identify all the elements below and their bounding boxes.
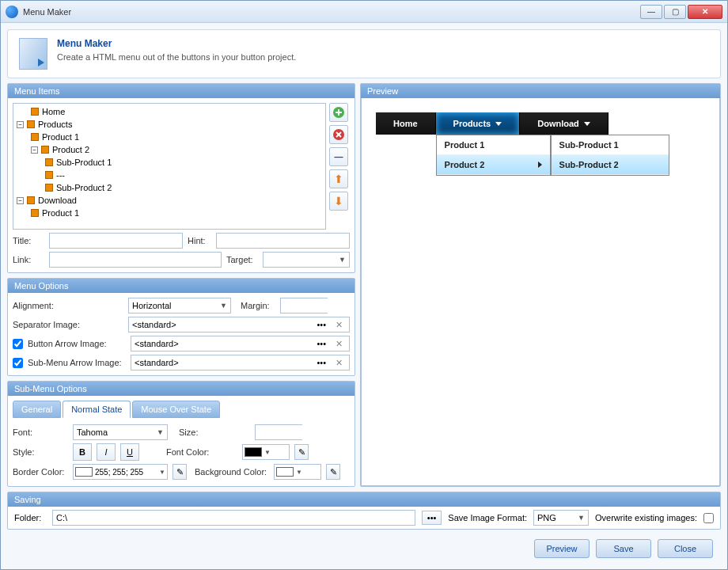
tree-item[interactable]: --- [17,169,322,181]
browse-icon[interactable]: ••• [313,339,329,348]
format-select[interactable]: PNG▼ [533,510,589,526]
header-title: Menu Maker [57,38,296,49]
window-title: Menu Maker [23,7,640,17]
tab-normal-state[interactable]: Normal State [63,401,131,418]
header-subtitle: Create a HTML menu out of the buttons in… [57,52,296,62]
target-select[interactable]: ▼ [263,252,350,268]
collapse-icon[interactable]: − [17,197,24,204]
app-window: Menu Maker — ▢ ✕ Menu Maker Create a HTM… [0,0,728,570]
browse-icon[interactable]: ••• [313,358,329,367]
tree-item[interactable]: −Products [17,118,322,131]
alignment-select[interactable]: Horizontal▼ [128,298,231,314]
tab-mouseover-state[interactable]: Mouse Over State [132,401,220,418]
eyedropper-button[interactable]: ✎ [173,464,187,480]
tree-item[interactable]: Product 1 [17,131,322,143]
tree-item[interactable]: Sub-Product 1 [17,156,322,169]
menu-items-panel: Menu Items Home −Products Product 1 −Pro… [7,83,355,273]
eyedropper-button[interactable]: ✎ [326,464,340,480]
preview-submenu-2: Sub-Product 1 Sub-Product 2 [551,135,669,176]
minimize-button[interactable]: — [640,5,662,19]
tree-item[interactable]: Home [17,105,322,118]
eyedropper-button[interactable]: ✎ [294,444,309,460]
folder-label: Folder: [14,513,46,522]
chevron-down-icon[interactable]: ▼ [296,469,302,476]
app-icon [6,6,18,18]
close-button[interactable]: ✕ [688,5,722,19]
move-up-button[interactable]: ⬆ [329,169,348,188]
margin-label: Margin: [241,301,275,310]
preview-item-download[interactable]: Download [520,112,609,135]
preview-button[interactable]: Preview [534,539,590,558]
tree-item[interactable]: −Product 2 [17,143,322,156]
collapse-icon[interactable]: − [17,121,24,128]
size-spinner[interactable]: ▲▼ [255,424,302,440]
save-button[interactable]: Save [596,539,651,558]
italic-button[interactable]: I [97,443,116,461]
bg-color-label: Background Color: [195,467,269,477]
button-arrow-checkbox[interactable] [13,339,23,349]
bullet-icon [45,171,53,179]
submenu-arrow-image-select[interactable]: <standard>•••✕ [131,355,350,370]
chevron-right-icon [538,162,542,168]
tree-item[interactable]: Sub-Product 2 [17,181,322,194]
preview-subitem[interactable]: Sub-Product 2 [552,155,669,175]
collapse-icon[interactable]: − [31,146,38,154]
hint-input[interactable] [216,233,350,249]
bg-color-picker[interactable]: ▼ [274,464,321,480]
maximize-button[interactable]: ▢ [664,5,686,19]
menu-options-panel: Menu Options Alignment: Horizontal▼ Marg… [7,278,355,376]
preview-subitem[interactable]: Sub-Product 1 [552,135,669,155]
preview-subitem[interactable]: Product 2 [437,155,550,175]
bullet-icon [31,108,39,116]
button-arrow-label: Button Arrow Image: [28,339,126,348]
link-input[interactable] [49,252,222,268]
preview-item-products[interactable]: Products Product 1 Product 2 Sub-Product… [436,112,521,135]
preview-subitem[interactable]: Product 1 [437,135,550,155]
font-color-picker[interactable]: ▼ [242,444,290,460]
header-icon [19,38,47,70]
color-swatch [75,467,93,477]
add-item-button[interactable] [329,103,348,122]
folder-input[interactable] [52,510,415,526]
hint-label: Hint: [188,236,211,245]
menu-tree[interactable]: Home −Products Product 1 −Product 2 Sub-… [13,103,326,230]
tree-item[interactable]: Product 1 [17,207,322,219]
preview-item-home[interactable]: Home [376,112,436,135]
chevron-down-icon: ▼ [578,514,585,522]
move-down-button[interactable]: ⬇ [329,192,348,211]
clear-icon[interactable]: ✕ [332,358,346,368]
close-dialog-button[interactable]: Close [658,539,713,558]
saving-header: Saving [8,492,720,507]
margin-spinner[interactable]: ▲▼ [280,298,328,314]
bullet-icon [45,158,53,166]
font-label: Font: [13,428,68,437]
header-box: Menu Maker Create a HTML menu out of the… [7,29,721,78]
tree-item[interactable]: −Download [17,194,322,207]
overwrite-checkbox[interactable] [703,513,714,523]
underline-button[interactable]: U [120,443,139,461]
font-select[interactable]: Tahoma▼ [73,424,168,440]
format-label: Save Image Format: [448,513,527,522]
chevron-down-icon: ▼ [157,428,164,436]
clear-icon[interactable]: ✕ [332,320,346,330]
title-input[interactable] [49,233,183,249]
menu-options-header: Menu Options [8,279,355,293]
delete-item-button[interactable] [329,125,348,144]
button-arrow-image-select[interactable]: <standard>•••✕ [131,336,350,352]
style-label: Style: [13,447,68,457]
clear-icon[interactable]: ✕ [332,339,346,349]
chevron-down-icon[interactable]: ▼ [264,449,271,456]
browse-folder-button[interactable]: ••• [422,511,442,525]
tab-general[interactable]: General [13,401,61,418]
browse-icon[interactable]: ••• [313,320,329,329]
chevron-down-icon[interactable]: ▼ [159,469,165,476]
bullet-icon [31,209,39,217]
border-color-picker[interactable]: 255; 255; 255▼ [73,464,168,480]
submenu-arrow-checkbox[interactable] [13,358,23,368]
separator-image-select[interactable]: <standard>•••✕ [128,317,350,332]
separator-button[interactable]: — [329,147,348,166]
bold-button[interactable]: B [73,443,92,461]
bullet-icon [31,133,39,141]
color-swatch [276,467,294,477]
menu-items-header: Menu Items [8,84,355,98]
